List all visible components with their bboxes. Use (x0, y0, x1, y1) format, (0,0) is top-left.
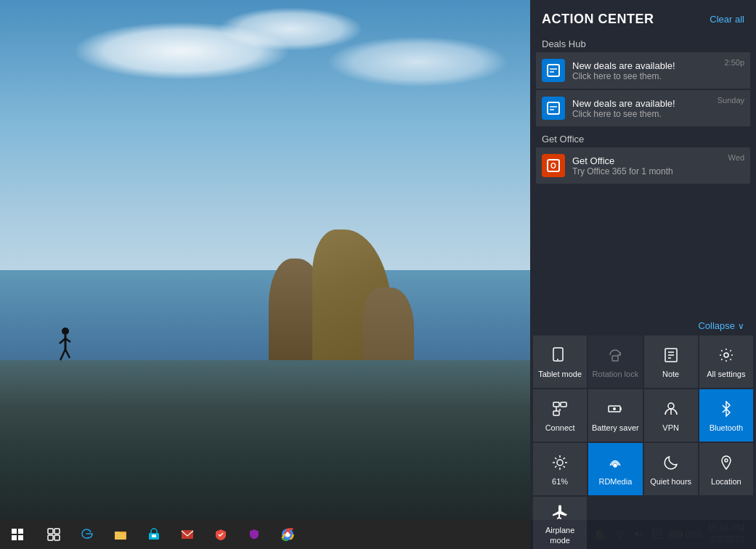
taskbar-file-explorer[interactable] (105, 520, 137, 549)
svg-point-30 (557, 460, 563, 465)
svg-line-36 (564, 466, 565, 468)
vpn-icon (663, 401, 679, 420)
qa-bluetooth[interactable]: Bluetooth (699, 389, 753, 442)
action-center-panel: ACTION CENTER Clear all Deals Hub New de… (530, 0, 756, 549)
notif-time-1: 2:50p (724, 58, 744, 67)
svg-rect-20 (553, 411, 559, 415)
notifications-list: Deals Hub New deals are available! Click… (530, 33, 756, 316)
qa-battery-saver[interactable]: Battery saver (588, 389, 642, 442)
qa-quiet-hours[interactable]: Quiet hours (644, 443, 698, 495)
qa-brightness-label: 61% (552, 477, 568, 487)
runner-silhouette (57, 328, 74, 367)
qa-tablet-mode[interactable]: Tablet mode (533, 336, 587, 388)
qa-brightness[interactable]: 61% (533, 443, 587, 495)
clear-all-button[interactable]: Clear all (710, 14, 744, 25)
notification-content-deals-1: New deals are available! Click here to s… (572, 60, 744, 81)
notification-deals-2[interactable]: New deals are available! Click here to s… (536, 90, 750, 126)
desktop-wallpaper (0, 0, 530, 520)
rdmedia-icon (607, 455, 623, 474)
svg-line-35 (555, 458, 556, 459)
svg-point-40 (725, 459, 728, 462)
notification-content-office-1: Get Office Try Office 365 for 1 month (572, 155, 744, 176)
svg-rect-7 (548, 102, 559, 114)
notif-time-3: Wed (728, 153, 744, 162)
qa-airplane-mode[interactable]: Airplane mode (533, 497, 587, 549)
taskbar-chrome[interactable] (272, 520, 304, 549)
action-center-title: ACTION CENTER (542, 12, 654, 27)
qa-location-label: Location (711, 477, 741, 487)
notif-title: Get Office (572, 155, 744, 166)
notif-body: Click here to see them. (572, 71, 744, 81)
start-button[interactable] (0, 520, 35, 549)
notification-office-1[interactable]: O Get Office Try Office 365 for 1 month … (536, 147, 750, 184)
qa-all-settings[interactable]: All settings (699, 336, 753, 388)
location-icon (718, 455, 734, 474)
taskbar-task-view[interactable] (38, 520, 70, 549)
svg-line-37 (564, 458, 565, 459)
bluetooth-icon (718, 401, 734, 420)
qa-airplane-mode-label: Airplane mode (536, 526, 584, 545)
quick-actions-grid: Tablet mode Rotation lock Note All setti… (530, 336, 756, 549)
svg-rect-48 (182, 530, 193, 539)
all-settings-icon (718, 347, 734, 367)
svg-point-28 (668, 403, 674, 409)
collapse-button[interactable]: Collapse ∨ (530, 316, 756, 336)
qa-vpn[interactable]: VPN (644, 389, 698, 442)
qa-battery-saver-label: Battery saver (592, 423, 639, 433)
note-icon (663, 347, 679, 367)
qa-note-label: Note (662, 370, 679, 379)
svg-rect-47 (152, 534, 156, 537)
qa-tablet-mode-label: Tablet mode (538, 370, 582, 379)
notif-body: Try Office 365 for 1 month (572, 166, 744, 176)
qa-rdmedia-label: RDMedia (598, 477, 632, 487)
svg-rect-41 (48, 529, 53, 534)
qa-rotation-lock-label: Rotation lock (593, 370, 639, 379)
svg-point-27 (613, 407, 616, 410)
action-center-header: ACTION CENTER Clear all (530, 0, 756, 33)
svg-text:O: O (550, 162, 556, 170)
taskbar-mail[interactable] (171, 520, 203, 549)
taskbar-shield[interactable] (238, 520, 270, 549)
svg-point-17 (724, 353, 728, 357)
qa-location[interactable]: Location (699, 443, 753, 495)
group-title-office: Get Office (536, 128, 750, 147)
group-title-deals: Deals Hub (536, 33, 750, 52)
svg-rect-19 (561, 402, 566, 407)
taskbar-edge[interactable] (71, 520, 103, 549)
notification-deals-1[interactable]: New deals are available! Click here to s… (536, 52, 750, 89)
qa-vpn-label: VPN (662, 423, 679, 433)
taskbar-mcafee[interactable] (205, 520, 237, 549)
qa-note[interactable]: Note (644, 336, 698, 388)
deals-icon-2 (542, 97, 565, 120)
svg-point-0 (62, 328, 69, 335)
notif-time-2: Sunday (718, 96, 744, 105)
svg-rect-42 (54, 529, 60, 534)
chevron-down-icon: ∨ (738, 321, 744, 331)
deals-icon-1 (542, 59, 565, 82)
svg-line-38 (555, 466, 556, 468)
svg-line-4 (60, 349, 65, 360)
qa-rotation-lock[interactable]: Rotation lock (588, 336, 642, 388)
qa-rdmedia[interactable]: RDMedia (588, 443, 642, 495)
office-icon-1: O (542, 154, 565, 177)
taskbar-pinned-apps (35, 520, 583, 549)
qa-connect-label: Connect (545, 423, 575, 433)
qa-quiet-hours-label: Quiet hours (650, 477, 691, 487)
qa-all-settings-label: All settings (707, 370, 745, 379)
svg-rect-18 (553, 402, 559, 407)
rotation-lock-icon (607, 347, 623, 367)
tablet-mode-icon (552, 347, 568, 367)
qa-connect[interactable]: Connect (533, 389, 587, 442)
svg-line-5 (65, 349, 70, 358)
svg-rect-12 (612, 356, 618, 361)
quiet-hours-icon (663, 455, 679, 474)
svg-point-39 (614, 464, 617, 467)
qa-bluetooth-label: Bluetooth (710, 423, 743, 433)
notif-body: Click here to see them. (572, 109, 744, 119)
collapse-label: Collapse (698, 320, 735, 331)
taskbar-store[interactable] (138, 520, 170, 549)
notif-title: New deals are available! (572, 60, 744, 71)
airplane-mode-icon (552, 503, 568, 523)
svg-rect-6 (548, 65, 559, 76)
svg-rect-44 (54, 535, 60, 540)
